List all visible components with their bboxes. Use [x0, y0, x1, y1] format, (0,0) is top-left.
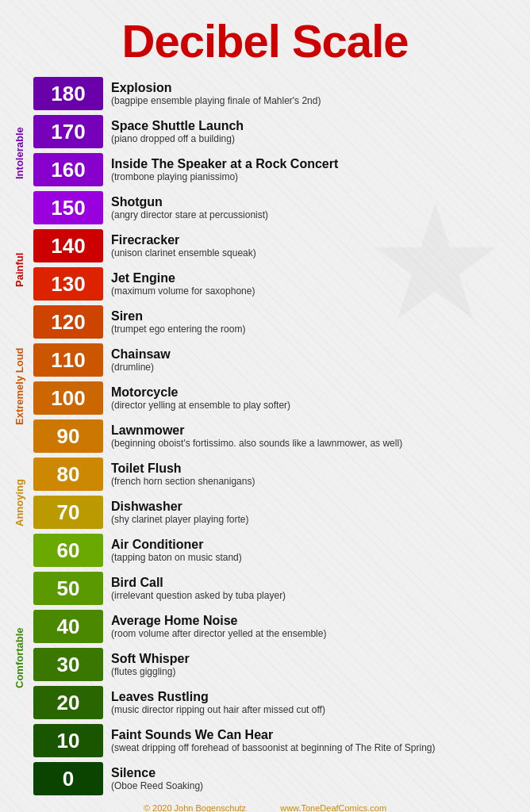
table-row: 80Toilet Flush(french horn section shena… — [33, 456, 522, 492]
sound-note: (tapping baton on music stand) — [111, 552, 522, 563]
rows-area: 180Explosion(bagpipe ensemble playing fi… — [33, 75, 522, 797]
sound-name: Air Conditioner — [111, 538, 522, 552]
table-row: 0Silence(Oboe Reed Soaking) — [33, 760, 522, 797]
table-row: 180Explosion(bagpipe ensemble playing fi… — [33, 75, 522, 112]
decibel-value: 40 — [33, 610, 103, 643]
decibel-value: 160 — [33, 153, 103, 186]
category-annoying: Annoying — [8, 464, 30, 542]
footer-website: www.ToneDeafComics.com — [280, 803, 386, 812]
decibel-value: 10 — [33, 724, 103, 757]
sound-note: (music director ripping out hair after m… — [111, 704, 522, 715]
sound-note: (bagpipe ensemble playing finale of Mahl… — [111, 95, 522, 106]
sound-name: Silence — [111, 766, 522, 780]
table-row: 10Faint Sounds We Can Hear(sweat drippin… — [33, 722, 522, 759]
sound-note: (flutes giggling) — [111, 666, 522, 677]
decibel-value: 90 — [33, 419, 103, 453]
table-row: 140Firecracker(unison clarinet ensemble … — [33, 228, 522, 264]
decibel-value: 110 — [33, 343, 103, 377]
sound-name: Motorcycle — [111, 385, 522, 400]
sound-note: (room volume after director yelled at th… — [111, 628, 522, 639]
decibel-value: 180 — [33, 77, 103, 110]
decibel-value: 50 — [33, 572, 103, 605]
table-row: 100Motorcycle(director yelling at ensemb… — [33, 380, 522, 416]
table-row: 90Lawnmower(beginning oboist's fortissim… — [33, 418, 522, 454]
sound-name: Shotgun — [111, 195, 522, 209]
sound-note: (french horn section shenanigans) — [111, 476, 522, 487]
table-row: 40Average Home Noise(room volume after d… — [33, 608, 522, 645]
category-labels: Intolerable Painful Extremely Loud Annoy… — [8, 75, 30, 797]
sound-name: Toilet Flush — [111, 462, 522, 476]
table-row: 20Leaves Rustling(music director ripping… — [33, 684, 522, 721]
sound-note: (piano dropped off a building) — [111, 133, 522, 144]
table-row: 130Jet Engine(maximum volume for saxopho… — [33, 266, 522, 302]
sound-name: Chainsaw — [111, 347, 522, 362]
decibel-value: 70 — [33, 496, 103, 529]
sound-note: (Oboe Reed Soaking) — [111, 780, 522, 791]
category-intolerable: Intolerable — [8, 75, 30, 231]
sound-name: Jet Engine — [111, 271, 522, 285]
table-row: 60Air Conditioner(tapping baton on music… — [33, 532, 522, 569]
sound-note: (unison clarinet ensemble squeak) — [111, 247, 522, 259]
sound-name: Soft Whisper — [111, 652, 522, 666]
sound-note: (drumline) — [111, 362, 522, 373]
table-row: 160Inside The Speaker at a Rock Concert(… — [33, 151, 522, 188]
category-comfortable: Comfortable — [8, 542, 30, 775]
sound-note: (shy clarinet player playing forte) — [111, 514, 522, 525]
sound-note: (director yelling at ensemble to play so… — [111, 400, 522, 411]
sound-note: (maximum volume for saxophone) — [111, 285, 522, 297]
decibel-value: 130 — [33, 267, 103, 301]
sound-note: (irrelevant question asked by tuba playe… — [111, 590, 522, 601]
decibel-value: 170 — [33, 115, 103, 148]
sound-note: (trumpet ego entering the room) — [111, 324, 522, 335]
sound-name: Dishwasher — [111, 500, 522, 514]
decibel-value: 0 — [33, 762, 103, 795]
table-row: 120Siren(trumpet ego entering the room) — [33, 304, 522, 340]
sound-name: Bird Call — [111, 576, 522, 590]
sound-note: (sweat dripping off forehead of bassooni… — [111, 742, 522, 753]
sound-name: Leaves Rustling — [111, 690, 522, 704]
sound-note: (trombone playing pianissimo) — [111, 171, 522, 182]
table-row: 170Space Shuttle Launch(piano dropped of… — [33, 113, 522, 150]
decibel-value: 60 — [33, 534, 103, 567]
decibel-value: 120 — [33, 305, 103, 339]
sound-name: Space Shuttle Launch — [111, 119, 522, 133]
sound-note: (beginning oboist's fortissimo. also sou… — [111, 438, 522, 449]
table-row: 110Chainsaw(drumline) — [33, 342, 522, 378]
table-row: 50Bird Call(irrelevant question asked by… — [33, 570, 522, 607]
footer: © 2020 John Bogenschutz www.ToneDeafComi… — [0, 797, 530, 812]
decibel-value: 140 — [33, 229, 103, 262]
table-row: 30Soft Whisper(flutes giggling) — [33, 646, 522, 683]
category-painful: Painful — [8, 231, 30, 308]
table-row: 150Shotgun(angry director stare at percu… — [33, 190, 522, 226]
table-row: 70Dishwasher(shy clarinet player playing… — [33, 494, 522, 530]
sound-note: (angry director stare at percussionist) — [111, 209, 522, 220]
sound-name: Firecracker — [111, 233, 522, 247]
category-extremely-loud: Extremely Loud — [8, 308, 30, 464]
decibel-value: 80 — [33, 458, 103, 491]
decibel-value: 100 — [33, 381, 103, 415]
page-title: Decibel Scale — [0, 0, 530, 75]
footer-copyright: © 2020 John Bogenschutz — [144, 803, 246, 812]
decibel-value: 150 — [33, 191, 103, 224]
sound-name: Inside The Speaker at a Rock Concert — [111, 157, 522, 171]
sound-name: Lawnmower — [111, 423, 522, 438]
sound-name: Faint Sounds We Can Hear — [111, 728, 522, 742]
sound-name: Average Home Noise — [111, 614, 522, 628]
decibel-value: 30 — [33, 648, 103, 681]
sound-name: Siren — [111, 309, 522, 324]
decibel-value: 20 — [33, 686, 103, 719]
sound-name: Explosion — [111, 81, 522, 95]
